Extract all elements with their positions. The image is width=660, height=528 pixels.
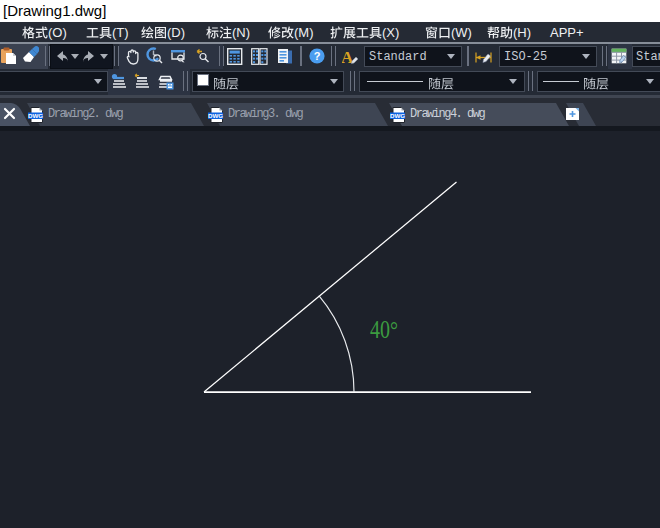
svg-text:40°: 40° — [370, 316, 398, 344]
svg-text:DWG: DWG — [28, 111, 43, 118]
svg-text:DWG: DWG — [390, 111, 405, 118]
svg-text:?: ? — [314, 50, 321, 62]
svg-text:DWG: DWG — [208, 111, 223, 118]
